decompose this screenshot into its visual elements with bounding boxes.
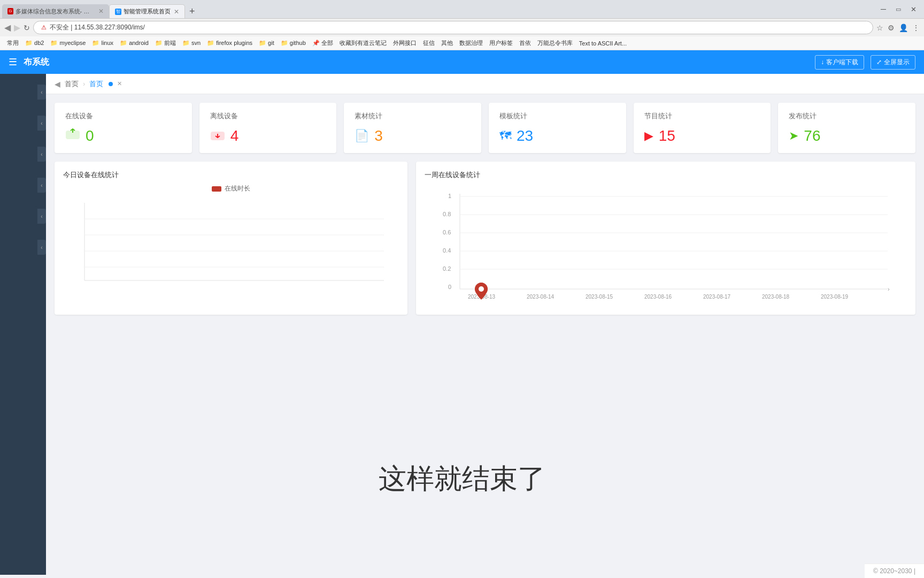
sidebar-arrow-6[interactable]: ‹: [37, 240, 46, 255]
stat-program-value: 15: [659, 127, 675, 144]
bookmark-youdao[interactable]: 收藏到有道云笔记: [337, 38, 389, 48]
fullscreen-icon: ⤢: [876, 58, 882, 66]
tab-ims-close[interactable]: ✕: [174, 8, 179, 16]
bookmark-linux[interactable]: 📁 linux: [89, 39, 116, 48]
bookmark-ascii[interactable]: Text to ASCII Art...: [576, 39, 629, 48]
forward-nav-button[interactable]: ▶: [14, 22, 20, 33]
svg-text:2023-08-16: 2023-08-16: [644, 294, 672, 300]
more-options-icon[interactable]: ⋮: [912, 24, 920, 32]
url-text: 不安全 | 114.55.38.227:8090/ims/: [50, 23, 145, 32]
bookmark-datazl[interactable]: 数据治理: [457, 38, 486, 48]
bookmark-usertag[interactable]: 用户标签: [487, 38, 515, 48]
sidebar-arrow-1[interactable]: ‹: [37, 85, 46, 100]
maximize-button[interactable]: ▭: [892, 3, 905, 15]
bookmarks-bar: 常用 📁 db2 📁 myeclipse 📁 linux 📁 android 📁…: [0, 36, 924, 50]
stat-template-title: 模板统计: [499, 111, 615, 121]
back-nav-button[interactable]: ◀: [4, 22, 11, 33]
bookmark-zhengxin[interactable]: 征信: [420, 38, 437, 48]
sidebar-arrow-5[interactable]: ‹: [37, 209, 46, 224]
bookmark-other[interactable]: 其他: [438, 38, 456, 48]
stat-material-title: 素材统计: [355, 111, 471, 121]
bookmark-waneng[interactable]: 万能总令书库: [535, 38, 575, 48]
sidebar-arrow-3[interactable]: ‹: [37, 147, 46, 162]
bookmark-android[interactable]: 📁 android: [117, 39, 151, 48]
minimize-button[interactable]: ─: [877, 3, 890, 15]
main-content: 在线设备 0: [46, 94, 924, 575]
stat-offline-value: 4: [230, 127, 239, 144]
charts-row: 今日设备在线统计 在线时长: [55, 162, 915, 315]
breadcrumb-bar: ◀ 首页 › 首页 ✕: [46, 74, 924, 94]
menu-toggle-icon[interactable]: ☰: [9, 56, 17, 68]
sidebar: ‹ ‹ ‹ ‹ ‹ ‹: [0, 74, 46, 575]
chart-week: 一周在线设备统计 1 0.8 0.6 0.4 0.2 0: [416, 162, 915, 315]
svg-text:0: 0: [480, 286, 483, 292]
download-client-button[interactable]: ↓ 客户端下载: [815, 55, 864, 70]
chart-today-svg: [63, 197, 395, 294]
new-tab-button[interactable]: +: [185, 4, 199, 18]
svg-text:0.4: 0.4: [443, 247, 451, 254]
stat-offline-icon: [210, 129, 225, 143]
footer-text: © 2020~2030 |: [873, 567, 915, 575]
address-bar[interactable]: ⚠ 不安全 | 114.55.38.227:8090/ims/: [33, 21, 873, 34]
tab-gitee-label: 多媒体综合信息发布系统- 企业版...: [16, 7, 95, 16]
stat-program-icon: ▶: [644, 129, 653, 143]
tab-gitee[interactable]: G 多媒体综合信息发布系统- 企业版... ✕: [2, 4, 109, 18]
stat-template-icon: 🗺: [499, 129, 511, 143]
fullscreen-button[interactable]: ⤢ 全屏显示: [871, 55, 915, 70]
bookmark-firefox-plugins[interactable]: 📁 firefox plugins: [204, 39, 255, 48]
breadcrumb-home[interactable]: 首页: [65, 79, 79, 89]
breadcrumb-tab-indicator: [109, 82, 113, 86]
svg-text:2023-08-14: 2023-08-14: [527, 294, 555, 300]
stat-publish-icon: ➤: [789, 129, 798, 143]
close-window-button[interactable]: ✕: [907, 3, 920, 15]
profile-icon[interactable]: 👤: [899, 24, 908, 32]
svg-text:0.6: 0.6: [443, 229, 451, 235]
breadcrumb-separator: ›: [83, 80, 85, 88]
svg-text:›: ›: [888, 286, 890, 292]
refresh-nav-button[interactable]: ↻: [24, 24, 30, 32]
breadcrumb-close-icon[interactable]: ✕: [117, 80, 122, 87]
app-title: 布系统: [24, 57, 49, 68]
bookmark-star-icon[interactable]: ☆: [876, 24, 883, 32]
tab-gitee-close[interactable]: ✕: [98, 7, 104, 15]
footer: © 2020~2030 |: [865, 564, 924, 578]
bookmark-常用[interactable]: 常用: [4, 38, 21, 48]
stat-card-offline: 离线设备 4: [199, 103, 337, 153]
bookmark-wangwai[interactable]: 外网接口: [390, 38, 419, 48]
bookmark-myeclipse[interactable]: 📁 myeclipse: [48, 39, 88, 48]
sidebar-arrow-2[interactable]: ‹: [37, 116, 46, 131]
tab-ims-label: 智能管理系统首页: [124, 7, 171, 16]
bookmark-svn[interactable]: 📁 svn: [180, 39, 203, 48]
breadcrumb-back-button[interactable]: ◀: [55, 80, 60, 88]
bookmark-github[interactable]: 📁 github: [278, 39, 309, 48]
sidebar-arrow-4[interactable]: ‹: [37, 178, 46, 193]
top-navbar: ☰ 布系统 ↓ 客户端下载 ⤢ 全屏显示: [0, 50, 924, 74]
stat-publish-title: 发布统计: [789, 111, 905, 121]
bookmark-db2[interactable]: 📁 db2: [22, 39, 47, 48]
stat-card-program: 节目统计 ▶ 15: [634, 103, 771, 153]
stat-material-value: 3: [374, 127, 383, 144]
security-warning: ⚠: [41, 24, 47, 31]
fullscreen-label: 全屏显示: [884, 58, 910, 67]
svg-text:2023-08-19: 2023-08-19: [821, 294, 849, 300]
stat-cards-row: 在线设备 0: [55, 103, 915, 153]
breadcrumb-current[interactable]: 首页: [89, 79, 103, 89]
stat-card-material: 素材统计 📄 3: [344, 103, 481, 153]
tab-ims[interactable]: 智 智能管理系统首页 ✕: [109, 4, 185, 18]
stat-template-value: 23: [517, 127, 533, 144]
chart-week-svg: 1 0.8 0.6 0.4 0.2 0: [425, 188, 907, 306]
svg-text:2023-08-15: 2023-08-15: [586, 294, 613, 300]
stat-program-title: 节目统计: [644, 111, 760, 121]
svg-text:2023-08-18: 2023-08-18: [762, 294, 790, 300]
stat-offline-title: 离线设备: [210, 111, 326, 121]
bookmark-git[interactable]: 📁 git: [256, 39, 277, 48]
chart-today-legend-color: [212, 186, 221, 192]
bookmark-qianduan[interactable]: 📁 前端: [152, 38, 179, 48]
bookmark-all[interactable]: 📌 全部: [310, 38, 336, 48]
svg-text:0.8: 0.8: [443, 211, 451, 217]
download-label: 客户端下载: [826, 58, 858, 67]
extensions-icon[interactable]: ⚙: [888, 24, 895, 32]
chart-today-title: 今日设备在线统计: [63, 170, 399, 180]
stat-card-publish: 发布统计 ➤ 76: [778, 103, 915, 153]
bookmark-shouyi[interactable]: 首依: [517, 38, 534, 48]
